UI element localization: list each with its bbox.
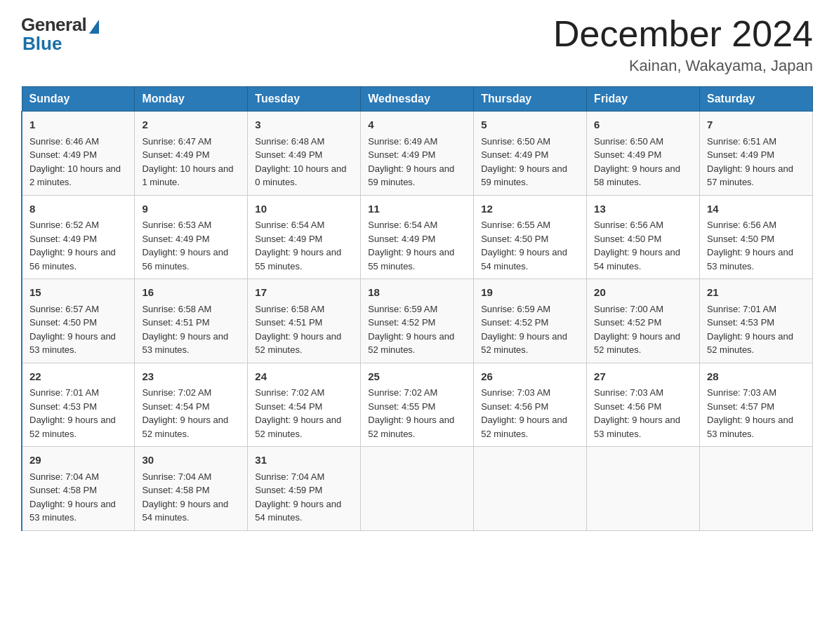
calendar-cell: 12Sunrise: 6:55 AMSunset: 4:50 PMDayligh…: [474, 195, 587, 279]
calendar-cell: 26Sunrise: 7:03 AMSunset: 4:56 PMDayligh…: [474, 363, 587, 447]
header-cell-monday: Monday: [135, 87, 248, 112]
day-info: Sunrise: 6:50 AMSunset: 4:49 PMDaylight:…: [594, 135, 692, 189]
calendar-week-4: 22Sunrise: 7:01 AMSunset: 4:53 PMDayligh…: [22, 363, 813, 447]
day-number: 23: [142, 369, 240, 385]
day-number: 26: [481, 369, 579, 385]
calendar-cell: 11Sunrise: 6:54 AMSunset: 4:49 PMDayligh…: [361, 195, 474, 279]
day-info: Sunrise: 7:03 AMSunset: 4:57 PMDaylight:…: [707, 386, 805, 441]
day-number: 16: [142, 285, 240, 301]
calendar-cell: 29Sunrise: 7:04 AMSunset: 4:58 PMDayligh…: [22, 447, 135, 531]
header-cell-friday: Friday: [587, 87, 700, 112]
day-info: Sunrise: 6:54 AMSunset: 4:49 PMDaylight:…: [368, 218, 466, 273]
day-number: 20: [594, 285, 692, 301]
calendar-cell: [587, 447, 700, 531]
calendar-cell: 9Sunrise: 6:53 AMSunset: 4:49 PMDaylight…: [135, 195, 248, 279]
day-info: Sunrise: 6:49 AMSunset: 4:49 PMDaylight:…: [368, 135, 466, 189]
day-info: Sunrise: 6:54 AMSunset: 4:49 PMDaylight:…: [255, 218, 353, 273]
day-number: 12: [481, 201, 579, 217]
day-number: 19: [481, 285, 579, 301]
day-number: 6: [594, 117, 692, 133]
day-info: Sunrise: 6:58 AMSunset: 4:51 PMDaylight:…: [255, 302, 353, 357]
day-number: 2: [142, 117, 240, 133]
calendar-body: 1Sunrise: 6:46 AMSunset: 4:49 PMDaylight…: [22, 112, 813, 531]
day-number: 15: [29, 285, 127, 301]
calendar-cell: 1Sunrise: 6:46 AMSunset: 4:49 PMDaylight…: [22, 112, 135, 196]
page-header: General Blue December 2024 Kainan, Wakay…: [21, 14, 813, 75]
day-info: Sunrise: 6:51 AMSunset: 4:49 PMDaylight:…: [707, 135, 805, 189]
day-info: Sunrise: 6:56 AMSunset: 4:50 PMDaylight:…: [594, 218, 692, 273]
day-info: Sunrise: 6:59 AMSunset: 4:52 PMDaylight:…: [368, 302, 466, 357]
day-info: Sunrise: 6:46 AMSunset: 4:49 PMDaylight:…: [29, 135, 127, 189]
day-number: 28: [707, 369, 805, 385]
calendar-cell: 6Sunrise: 6:50 AMSunset: 4:49 PMDaylight…: [587, 112, 700, 196]
day-info: Sunrise: 6:48 AMSunset: 4:49 PMDaylight:…: [255, 135, 353, 189]
calendar-cell: [361, 447, 474, 531]
day-info: Sunrise: 7:02 AMSunset: 4:54 PMDaylight:…: [255, 386, 353, 441]
header-cell-saturday: Saturday: [700, 87, 813, 112]
day-info: Sunrise: 7:02 AMSunset: 4:54 PMDaylight:…: [142, 386, 240, 441]
calendar-cell: 18Sunrise: 6:59 AMSunset: 4:52 PMDayligh…: [361, 279, 474, 363]
day-info: Sunrise: 7:03 AMSunset: 4:56 PMDaylight:…: [481, 386, 579, 441]
day-number: 1: [29, 117, 127, 133]
day-number: 10: [255, 201, 353, 217]
day-info: Sunrise: 6:56 AMSunset: 4:50 PMDaylight:…: [707, 218, 805, 273]
calendar-cell: 14Sunrise: 6:56 AMSunset: 4:50 PMDayligh…: [700, 195, 813, 279]
day-info: Sunrise: 7:02 AMSunset: 4:55 PMDaylight:…: [368, 386, 466, 441]
calendar-cell: 7Sunrise: 6:51 AMSunset: 4:49 PMDaylight…: [700, 112, 813, 196]
day-number: 8: [29, 201, 127, 217]
day-info: Sunrise: 6:50 AMSunset: 4:49 PMDaylight:…: [481, 135, 579, 189]
day-info: Sunrise: 7:01 AMSunset: 4:53 PMDaylight:…: [707, 302, 805, 357]
calendar-cell: 19Sunrise: 6:59 AMSunset: 4:52 PMDayligh…: [474, 279, 587, 363]
day-info: Sunrise: 7:03 AMSunset: 4:56 PMDaylight:…: [594, 386, 692, 441]
day-number: 13: [594, 201, 692, 217]
calendar-cell: 5Sunrise: 6:50 AMSunset: 4:49 PMDaylight…: [474, 112, 587, 196]
day-info: Sunrise: 7:04 AMSunset: 4:58 PMDaylight:…: [29, 470, 127, 525]
calendar-cell: 30Sunrise: 7:04 AMSunset: 4:58 PMDayligh…: [135, 447, 248, 531]
day-number: 14: [707, 201, 805, 217]
calendar-cell: 4Sunrise: 6:49 AMSunset: 4:49 PMDaylight…: [361, 112, 474, 196]
title-section: December 2024 Kainan, Wakayama, Japan: [553, 14, 813, 75]
header-cell-sunday: Sunday: [22, 87, 135, 112]
day-info: Sunrise: 6:59 AMSunset: 4:52 PMDaylight:…: [481, 302, 579, 357]
calendar-cell: 10Sunrise: 6:54 AMSunset: 4:49 PMDayligh…: [248, 195, 361, 279]
calendar-header: SundayMondayTuesdayWednesdayThursdayFrid…: [22, 87, 813, 112]
calendar-cell: 3Sunrise: 6:48 AMSunset: 4:49 PMDaylight…: [248, 112, 361, 196]
day-number: 30: [142, 452, 240, 469]
calendar-cell: 16Sunrise: 6:58 AMSunset: 4:51 PMDayligh…: [135, 279, 248, 363]
calendar-cell: 24Sunrise: 7:02 AMSunset: 4:54 PMDayligh…: [248, 363, 361, 447]
header-cell-wednesday: Wednesday: [361, 87, 474, 112]
day-number: 22: [29, 369, 127, 385]
day-info: Sunrise: 7:04 AMSunset: 4:58 PMDaylight:…: [142, 470, 240, 525]
day-info: Sunrise: 6:52 AMSunset: 4:49 PMDaylight:…: [29, 218, 127, 273]
calendar-cell: 21Sunrise: 7:01 AMSunset: 4:53 PMDayligh…: [700, 279, 813, 363]
calendar-week-1: 1Sunrise: 6:46 AMSunset: 4:49 PMDaylight…: [22, 112, 813, 196]
location-subtitle: Kainan, Wakayama, Japan: [553, 57, 813, 75]
day-info: Sunrise: 6:57 AMSunset: 4:50 PMDaylight:…: [29, 302, 127, 357]
logo-triangle-icon: [89, 20, 99, 34]
calendar-cell: [700, 447, 813, 531]
calendar-cell: 27Sunrise: 7:03 AMSunset: 4:56 PMDayligh…: [587, 363, 700, 447]
day-info: Sunrise: 6:47 AMSunset: 4:49 PMDaylight:…: [142, 135, 240, 189]
day-number: 24: [255, 369, 353, 385]
header-cell-thursday: Thursday: [474, 87, 587, 112]
logo: General Blue: [21, 14, 99, 55]
day-info: Sunrise: 7:00 AMSunset: 4:52 PMDaylight:…: [594, 302, 692, 357]
day-number: 18: [368, 285, 466, 301]
day-number: 7: [707, 117, 805, 133]
calendar-cell: 23Sunrise: 7:02 AMSunset: 4:54 PMDayligh…: [135, 363, 248, 447]
day-number: 27: [594, 369, 692, 385]
calendar-week-2: 8Sunrise: 6:52 AMSunset: 4:49 PMDaylight…: [22, 195, 813, 279]
day-number: 11: [368, 201, 466, 217]
calendar-week-3: 15Sunrise: 6:57 AMSunset: 4:50 PMDayligh…: [22, 279, 813, 363]
header-cell-tuesday: Tuesday: [248, 87, 361, 112]
header-row: SundayMondayTuesdayWednesdayThursdayFrid…: [22, 87, 813, 112]
day-info: Sunrise: 6:53 AMSunset: 4:49 PMDaylight:…: [142, 218, 240, 273]
logo-blue-text: Blue: [22, 33, 62, 55]
calendar-cell: 15Sunrise: 6:57 AMSunset: 4:50 PMDayligh…: [22, 279, 135, 363]
day-number: 4: [368, 117, 466, 133]
calendar-cell: [474, 447, 587, 531]
calendar-cell: 13Sunrise: 6:56 AMSunset: 4:50 PMDayligh…: [587, 195, 700, 279]
calendar-cell: 20Sunrise: 7:00 AMSunset: 4:52 PMDayligh…: [587, 279, 700, 363]
day-number: 21: [707, 285, 805, 301]
day-number: 3: [255, 117, 353, 133]
